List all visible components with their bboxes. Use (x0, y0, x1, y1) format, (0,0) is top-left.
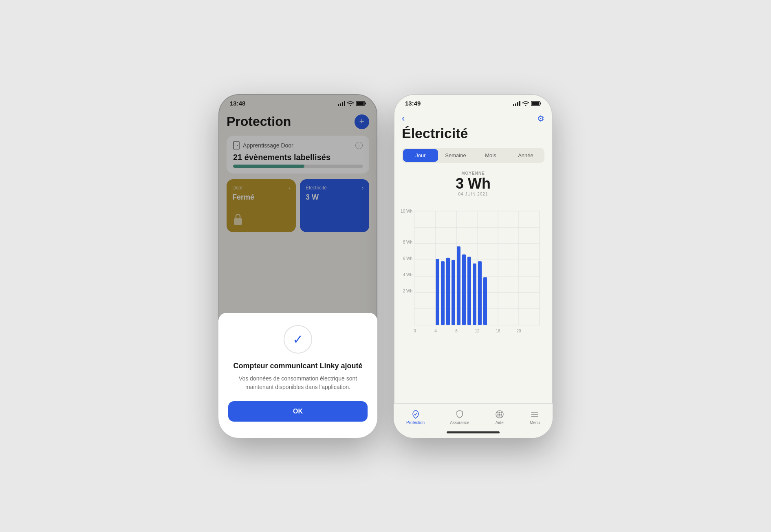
nav-menu-label: Menu (530, 420, 540, 425)
svg-point-50 (497, 414, 498, 415)
svg-rect-27 (473, 263, 476, 325)
svg-point-45 (500, 412, 502, 413)
svg-rect-6 (532, 102, 539, 105)
svg-text:4 Wh: 4 Wh (403, 273, 412, 277)
aide-nav-icon (495, 409, 504, 419)
svg-rect-20 (436, 259, 439, 325)
svg-rect-26 (467, 257, 471, 325)
left-phone: 13:48 Protection (218, 94, 377, 438)
nav-protection[interactable]: Protection (406, 409, 425, 425)
tab-semaine[interactable]: Semaine (438, 149, 473, 162)
time-right: 13:49 (405, 100, 421, 107)
status-bar-right: 13:49 (394, 94, 553, 110)
nav-bar-right: ‹ ⚙ (402, 110, 544, 125)
stats-value: 3 Wh (402, 176, 544, 192)
svg-text:0: 0 (414, 329, 416, 333)
svg-text:8: 8 (455, 329, 458, 333)
right-phone: 13:49 ‹ ⚙ Électr (394, 94, 553, 438)
svg-rect-23 (452, 260, 455, 325)
svg-text:16: 16 (496, 329, 500, 333)
back-button[interactable]: ‹ (402, 113, 405, 124)
check-circle: ✓ (284, 325, 312, 354)
ok-button[interactable]: OK (228, 401, 368, 422)
svg-rect-28 (478, 261, 482, 325)
check-icon: ✓ (293, 332, 304, 347)
page-title-right: Électricité (402, 125, 544, 141)
tab-jour[interactable]: Jour (403, 149, 438, 162)
battery-icon-right (531, 101, 541, 106)
svg-text:8 Wh: 8 Wh (403, 240, 412, 244)
svg-point-52 (499, 415, 500, 417)
svg-point-48 (500, 415, 502, 417)
modal-description: Vos données de consommation électrique s… (228, 374, 368, 391)
svg-text:2 Wh: 2 Wh (403, 289, 412, 293)
right-screen-content: ‹ ⚙ Électricité Jour Semaine Mois Année … (394, 110, 553, 403)
nav-protection-label: Protection (406, 420, 425, 425)
home-indicator-right (394, 426, 553, 438)
nav-assurance[interactable]: Assurance (450, 409, 469, 425)
nav-menu[interactable]: Menu (530, 409, 540, 425)
wifi-icon-right (522, 101, 529, 106)
protection-nav-icon (411, 409, 421, 419)
home-bar-right (447, 431, 500, 433)
settings-button[interactable]: ⚙ (537, 114, 544, 123)
svg-text:6 Wh: 6 Wh (403, 256, 412, 261)
signal-icon-right (513, 101, 520, 106)
svg-text:20: 20 (516, 329, 521, 333)
nav-aide[interactable]: Aide (495, 409, 504, 425)
svg-rect-22 (446, 257, 450, 325)
svg-point-47 (497, 415, 498, 417)
svg-point-44 (497, 412, 498, 413)
chart-svg: 10 Wh 8 Wh 6 Wh 4 Wh 2 Wh (400, 203, 546, 341)
svg-rect-24 (457, 246, 460, 325)
svg-point-46 (499, 414, 500, 415)
svg-rect-25 (462, 254, 466, 325)
nav-assurance-label: Assurance (450, 420, 469, 425)
svg-point-49 (499, 412, 500, 413)
svg-text:4: 4 (434, 329, 437, 333)
svg-text:10 Wh: 10 Wh (401, 209, 412, 213)
tab-annee[interactable]: Année (508, 149, 543, 162)
svg-rect-29 (483, 277, 487, 325)
modal-title: Compteur communicant Linky ajouté (233, 362, 362, 370)
menu-nav-icon (530, 409, 540, 419)
nav-aide-label: Aide (496, 420, 504, 425)
modal-sheet: ✓ Compteur communicant Linky ajouté Vos … (218, 313, 377, 438)
svg-rect-21 (441, 261, 445, 325)
stats-date: 04 JUIN 2021 (402, 192, 544, 196)
stats-section: MOYENNE 3 Wh 04 JUIN 2021 (402, 171, 544, 196)
tab-mois[interactable]: Mois (473, 149, 508, 162)
svg-point-51 (500, 414, 502, 415)
svg-text:12: 12 (475, 329, 480, 333)
bottom-nav-right: Protection Assurance (394, 403, 553, 438)
assurance-nav-icon (455, 409, 465, 419)
modal-overlay: ✓ Compteur communicant Linky ajouté Vos … (218, 94, 377, 438)
status-icons-right (513, 101, 541, 106)
chart-area: 10 Wh 8 Wh 6 Wh 4 Wh 2 Wh (400, 203, 546, 403)
period-tabs: Jour Semaine Mois Année (402, 148, 544, 163)
svg-rect-5 (540, 102, 542, 104)
